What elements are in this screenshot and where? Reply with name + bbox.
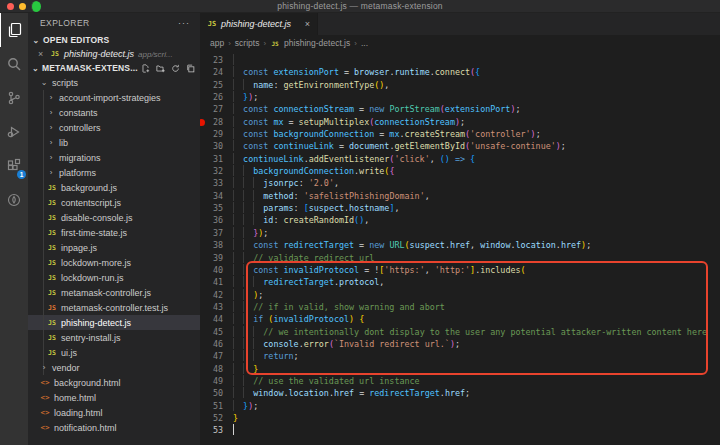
code-line-47[interactable]: 47return;	[200, 350, 720, 362]
tree-item-background-html[interactable]: <>background.html	[28, 375, 200, 390]
code-line-43[interactable]: 43// if in valid, show warning and abort	[200, 301, 720, 313]
source-control-icon[interactable]	[0, 81, 28, 115]
line-number[interactable]: 45	[200, 326, 223, 338]
run-and-debug-icon[interactable]	[0, 115, 28, 149]
line-number[interactable]: 49	[200, 375, 223, 387]
line-number[interactable]: 51	[200, 400, 223, 412]
code-line-29[interactable]: 29const backgroundConnection = mx.create…	[200, 128, 720, 140]
tree-item-controllers[interactable]: ›controllers	[28, 120, 200, 135]
code-line-44[interactable]: 44if (invalidProtocol) {	[200, 313, 720, 325]
line-number[interactable]: 42	[200, 289, 223, 301]
search-icon[interactable]	[0, 47, 28, 81]
breakpoint-icon[interactable]	[200, 119, 205, 126]
extensions-icon[interactable]: 1	[0, 149, 28, 183]
circle-extension-icon[interactable]	[0, 183, 28, 217]
code-line-52[interactable]: 52}	[200, 412, 720, 424]
tree-item-platforms[interactable]: ›platforms	[28, 165, 200, 180]
breadcrumb-item-app[interactable]: app	[210, 38, 224, 48]
tree-item-lib[interactable]: ›lib	[28, 135, 200, 150]
breadcrumb-item-file[interactable]: phishing-detect.js	[284, 38, 350, 48]
code-line-30[interactable]: 30const continueLink = document.getEleme…	[200, 140, 720, 152]
code-line-25[interactable]: 25name: getEnvironmentType(),	[200, 79, 720, 91]
code-line-42[interactable]: 42);	[200, 289, 720, 301]
line-number[interactable]: 53	[200, 424, 223, 436]
collapse-all-icon[interactable]	[186, 64, 195, 73]
tree-item-phishing-detect-js[interactable]: JSphishing-detect.js	[28, 315, 200, 330]
line-number[interactable]: 27	[200, 103, 223, 115]
code-line-31[interactable]: 31continueLink.addEventListener('click',…	[200, 153, 720, 165]
tree-item-contentscript-js[interactable]: JScontentscript.js	[28, 195, 200, 210]
tree-item-notification-html[interactable]: <>notification.html	[28, 420, 200, 435]
code-line-35[interactable]: 35params: [suspect.hostname],	[200, 202, 720, 214]
close-window-button[interactable]	[7, 3, 14, 10]
close-tab-icon[interactable]: ×	[305, 19, 310, 29]
line-number[interactable]: 44	[200, 313, 223, 325]
tree-item-disable-console-js[interactable]: JSdisable-console.js	[28, 210, 200, 225]
code-line-24[interactable]: 24const extensionPort = browser.runtime.…	[200, 66, 720, 78]
tree-item-home-html[interactable]: <>home.html	[28, 390, 200, 405]
line-number[interactable]: 29	[200, 128, 223, 140]
tree-item-sentry-install-js[interactable]: JSsentry-install.js	[28, 330, 200, 345]
new-folder-icon[interactable]	[156, 64, 165, 73]
code-line-46[interactable]: 46console.error(`Invalid redirect url.`)…	[200, 338, 720, 350]
tree-item-lockdown-run-js[interactable]: JSlockdown-run.js	[28, 270, 200, 285]
code-line-37[interactable]: 37});	[200, 227, 720, 239]
minimize-window-button[interactable]	[19, 3, 26, 10]
line-number[interactable]: 47	[200, 350, 223, 362]
line-number[interactable]: 43	[200, 301, 223, 313]
line-number[interactable]: 25	[200, 79, 223, 91]
tree-item-background-js[interactable]: JSbackground.js	[28, 180, 200, 195]
code-line-48[interactable]: 48}	[200, 363, 720, 375]
line-number[interactable]: 37	[200, 227, 223, 239]
breadcrumb-item-scripts[interactable]: scripts	[235, 38, 260, 48]
line-number[interactable]: 33	[200, 177, 223, 189]
line-number[interactable]: 35	[200, 202, 223, 214]
code-line-28[interactable]: 28const mx = setupMultiplex(connectionSt…	[200, 116, 720, 128]
open-editors-section-header[interactable]: ⌄ OPEN EDITORS	[28, 33, 200, 47]
tree-item-metamask-controller-js[interactable]: JSmetamask-controller.js	[28, 285, 200, 300]
line-number[interactable]: 39	[200, 252, 223, 264]
code-line-23[interactable]: 23	[200, 54, 720, 66]
code-line-26[interactable]: 26});	[200, 91, 720, 103]
explorer-more-actions-icon[interactable]: ···	[178, 18, 190, 28]
close-editor-icon[interactable]: ×	[38, 49, 46, 59]
line-number[interactable]: 41	[200, 276, 223, 288]
tree-item-migrations[interactable]: ›migrations	[28, 150, 200, 165]
code-line-51[interactable]: 51});	[200, 400, 720, 412]
tree-item-first-time-state-js[interactable]: JSfirst-time-state.js	[28, 225, 200, 240]
line-number[interactable]: 31	[200, 153, 223, 165]
tree-item-constants[interactable]: ›constants	[28, 105, 200, 120]
code-line-33[interactable]: 33jsonrpc: '2.0',	[200, 177, 720, 189]
code-line-38[interactable]: 38const redirectTarget = new URL(suspect…	[200, 239, 720, 251]
new-file-icon[interactable]	[141, 64, 150, 73]
code-line-36[interactable]: 36id: createRandomId(),	[200, 214, 720, 226]
code-line-49[interactable]: 49// use the validated url instance	[200, 375, 720, 387]
line-number[interactable]: 32	[200, 165, 223, 177]
maximize-window-button[interactable]	[31, 1, 41, 12]
line-number[interactable]: 24	[200, 66, 223, 78]
code-line-50[interactable]: 50window.location.href = redirectTarget.…	[200, 387, 720, 399]
refresh-icon[interactable]	[171, 64, 180, 73]
tree-item-loading-html[interactable]: <>loading.html	[28, 405, 200, 420]
line-number[interactable]: 38	[200, 239, 223, 251]
tree-item-lockdown-more-js[interactable]: JSlockdown-more.js	[28, 255, 200, 270]
line-number[interactable]: 40	[200, 264, 223, 276]
tree-item-account-import-strategies[interactable]: ›account-import-strategies	[28, 90, 200, 105]
tree-item-inpage-js[interactable]: JSinpage.js	[28, 240, 200, 255]
line-number[interactable]: 30	[200, 140, 223, 152]
code-line-40[interactable]: 40const invalidProtocol = !['https:', 'h…	[200, 264, 720, 276]
line-number[interactable]: 50	[200, 387, 223, 399]
tree-item-vendor[interactable]: ›vendor	[28, 360, 200, 375]
code-editor[interactable]: 2324const extensionPort = browser.runtim…	[200, 51, 720, 445]
line-number[interactable]: 46	[200, 338, 223, 350]
code-line-41[interactable]: 41redirectTarget.protocol,	[200, 276, 720, 288]
tree-item-ui-js[interactable]: JSui.js	[28, 345, 200, 360]
line-number[interactable]: 48	[200, 363, 223, 375]
line-number[interactable]: 52	[200, 412, 223, 424]
breadcrumb-item-symbol[interactable]: ...	[361, 38, 368, 48]
line-number[interactable]: 34	[200, 190, 223, 202]
code-line-32[interactable]: 32backgroundConnection.write({	[200, 165, 720, 177]
tab-phishing-detect[interactable]: JS phishing-detect.js ×	[200, 13, 318, 35]
code-line-45[interactable]: 45// we intentionally dont display to th…	[200, 326, 720, 338]
line-number[interactable]: 36	[200, 214, 223, 226]
